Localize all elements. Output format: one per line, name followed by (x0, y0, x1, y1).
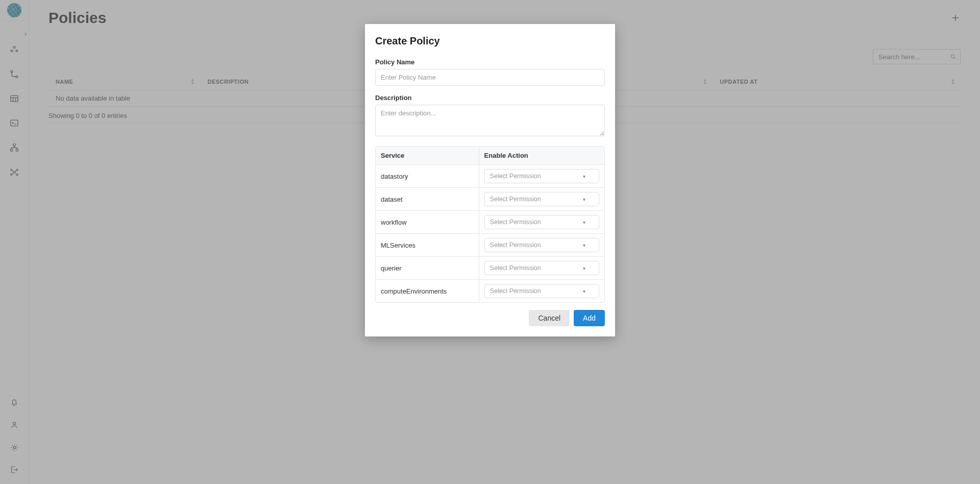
cancel-button[interactable]: Cancel (529, 310, 570, 326)
perm-service-name: dataset (376, 188, 479, 211)
perm-select[interactable]: Select Permission▾ (484, 261, 599, 275)
perm-service-name: workflow (376, 211, 479, 234)
perm-select-placeholder: Select Permission (490, 264, 541, 272)
perm-select-placeholder: Select Permission (490, 173, 541, 180)
perm-select[interactable]: Select Permission▾ (484, 192, 599, 206)
caret-down-icon: ▾ (583, 220, 585, 225)
caret-down-icon: ▾ (583, 288, 585, 294)
perm-select[interactable]: Select Permission▾ (484, 284, 599, 298)
perm-select[interactable]: Select Permission▾ (484, 169, 599, 183)
caret-down-icon: ▾ (583, 243, 585, 248)
caret-down-icon: ▾ (583, 197, 585, 202)
perm-header-service: Service (376, 147, 479, 165)
perm-row: computeEnvironmentsSelect Permission▾ (376, 280, 604, 302)
perm-row: workflowSelect Permission▾ (376, 211, 604, 234)
perm-select-placeholder: Select Permission (490, 287, 541, 295)
modal-title: Create Policy (375, 35, 605, 47)
description-input[interactable] (375, 105, 605, 136)
perm-row: querierSelect Permission▾ (376, 257, 604, 280)
perm-row: datasetSelect Permission▾ (376, 188, 604, 211)
policy-name-group: Policy Name (375, 58, 605, 86)
perm-row: datastorySelect Permission▾ (376, 165, 604, 188)
add-button[interactable]: Add (574, 310, 605, 326)
perm-service-name: MLServices (376, 234, 479, 257)
permissions-table: Service Enable Action datastorySelect Pe… (375, 146, 605, 303)
perm-row: MLServicesSelect Permission▾ (376, 234, 604, 257)
create-policy-modal: Create Policy Policy Name Description Se… (365, 24, 615, 336)
policy-name-input[interactable] (375, 69, 605, 86)
modal-actions: Cancel Add (375, 310, 605, 326)
perm-select-placeholder: Select Permission (490, 196, 541, 203)
perm-service-name: querier (376, 257, 479, 280)
caret-down-icon: ▾ (583, 174, 585, 179)
perm-select[interactable]: Select Permission▾ (484, 215, 599, 229)
perm-service-name: computeEnvironments (376, 280, 479, 302)
policy-name-label: Policy Name (375, 58, 605, 66)
description-group: Description (375, 94, 605, 138)
perm-header-action: Enable Action (479, 147, 604, 165)
perm-select-placeholder: Select Permission (490, 219, 541, 226)
description-label: Description (375, 94, 605, 102)
modal-overlay[interactable]: Create Policy Policy Name Description Se… (0, 0, 980, 484)
perm-service-name: datastory (376, 165, 479, 188)
perm-select[interactable]: Select Permission▾ (484, 238, 599, 252)
caret-down-icon: ▾ (583, 265, 585, 271)
perm-select-placeholder: Select Permission (490, 241, 541, 249)
